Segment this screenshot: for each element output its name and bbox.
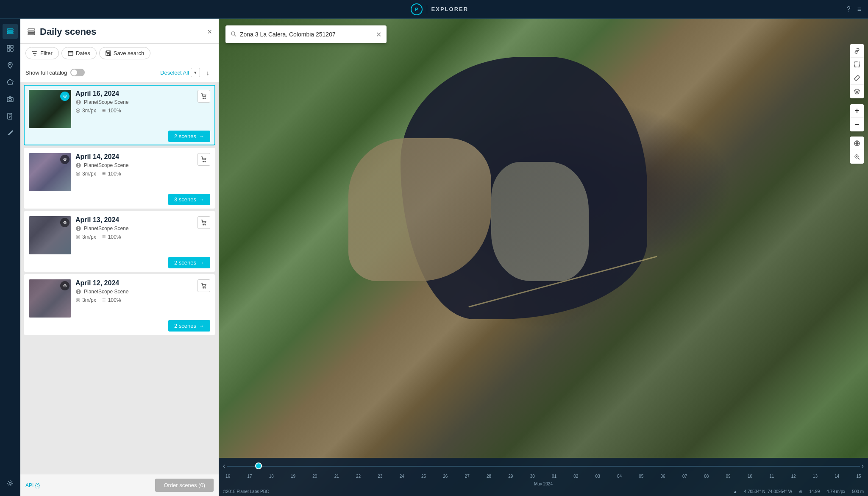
scene-footer: 2 scenes →	[29, 254, 210, 269]
timeline-label: 13	[813, 474, 818, 479]
svg-rect-5	[7, 49, 10, 51]
svg-point-7	[9, 64, 11, 65]
coordinates-text: 4.70534° N, 74.00954° W	[744, 489, 793, 494]
resolution-value: 3m/px	[82, 297, 96, 303]
timeline-label: 11	[769, 474, 774, 479]
timeline-label: 27	[465, 474, 470, 479]
timeline-label: 09	[726, 474, 731, 479]
ruler-tool-button[interactable]	[850, 71, 864, 85]
scene-meta-row: 3m/px 100%	[75, 234, 210, 240]
select-tool-button[interactable]	[850, 58, 864, 71]
resolution-value: 3m/px	[82, 234, 96, 240]
sidebar-item-grid[interactable]	[3, 41, 18, 56]
sidebar-item-settings[interactable]	[3, 476, 18, 491]
timeline-bar: ‹ ›	[223, 458, 864, 474]
scene-card-content: April 12, 2024 PlanetScope Scene	[29, 279, 210, 318]
search-bar[interactable]: Zona 3 La Calera, Colombia 251207 ✕	[225, 25, 387, 43]
download-button[interactable]: ↓	[202, 67, 214, 78]
deselect-all-button[interactable]: Deselect All	[160, 70, 189, 76]
add-to-cart-button[interactable]	[198, 216, 210, 229]
sidebar-item-location[interactable]	[3, 58, 18, 73]
cart-icon	[201, 220, 207, 226]
eye-icon	[63, 284, 67, 287]
cloud-meta: 100%	[101, 234, 121, 240]
planet-logo: P	[411, 3, 423, 15]
scene-thumbnail	[29, 153, 71, 191]
full-catalog-toggle[interactable]	[70, 69, 85, 76]
zoom-out-button[interactable]: −	[850, 118, 864, 131]
calendar-icon	[68, 50, 73, 56]
cloud-icon	[101, 298, 106, 303]
scene-eye-button[interactable]	[60, 218, 70, 227]
layers-icon	[854, 89, 860, 95]
svg-point-58	[231, 32, 235, 35]
pixel-size-text: 4.79 m/px	[826, 489, 845, 494]
svg-point-52	[78, 300, 79, 301]
sidebar-item-layers[interactable]	[3, 24, 18, 39]
sidebar-item-brush[interactable]	[3, 125, 18, 141]
order-scenes-button[interactable]: Order scenes (0)	[155, 479, 214, 492]
scene-card[interactable]: April 13, 2024 PlanetScope Scene	[24, 211, 215, 272]
arrow-icon: →	[199, 323, 204, 329]
timeline-label: 18	[269, 474, 274, 479]
search-value: Zona 3 La Calera, Colombia 251207	[240, 31, 376, 38]
help-icon[interactable]: ?	[847, 6, 851, 13]
sidebar-item-pentagon[interactable]	[3, 75, 18, 90]
scene-list[interactable]: April 16, 2024 PlanetScope Scene	[20, 82, 219, 474]
zoom-fit-button[interactable]	[850, 150, 864, 164]
save-icon	[106, 50, 111, 56]
svg-point-56	[203, 287, 204, 288]
timeline-track[interactable]	[227, 462, 860, 470]
scene-card[interactable]: April 12, 2024 PlanetScope Scene	[24, 274, 215, 335]
scene-eye-button[interactable]	[60, 92, 70, 101]
scene-card[interactable]: April 16, 2024 PlanetScope Scene	[24, 85, 215, 145]
add-to-cart-button[interactable]	[198, 279, 210, 292]
add-to-cart-button[interactable]	[198, 153, 210, 166]
save-search-button[interactable]: Save search	[99, 47, 150, 59]
timeline-marker[interactable]	[255, 463, 262, 469]
globe-button[interactable]	[850, 137, 864, 150]
view-scenes-button[interactable]: 3 scenes →	[168, 194, 210, 205]
scene-footer: 2 scenes →	[29, 128, 210, 143]
panel-title-row: Daily scenes	[27, 26, 96, 37]
svg-rect-6	[11, 49, 13, 51]
view-scenes-button[interactable]: 2 scenes →	[168, 131, 210, 142]
scene-eye-button[interactable]	[60, 281, 70, 290]
sidebar-item-document[interactable]	[3, 109, 18, 124]
cloud-meta: 100%	[101, 108, 121, 114]
deselect-dropdown-arrow[interactable]: ▾	[191, 68, 200, 77]
timeline-label: 17	[247, 474, 252, 479]
globe-icon	[854, 140, 860, 147]
scene-eye-button[interactable]	[60, 155, 70, 164]
view-scenes-button[interactable]: 2 scenes →	[168, 320, 210, 332]
link-tool-button[interactable]	[850, 44, 864, 58]
svg-point-38	[64, 222, 65, 223]
svg-point-27	[205, 98, 206, 99]
add-to-cart-button[interactable]	[198, 90, 210, 103]
scene-card[interactable]: April 14, 2024 PlanetScope Scene	[24, 148, 215, 209]
menu-icon[interactable]: ≡	[857, 6, 861, 13]
planet-scope-icon	[75, 289, 81, 295]
search-clear-button[interactable]: ✕	[376, 31, 381, 39]
zoom-fit-icon	[854, 154, 860, 160]
app-title-area: P EXPLORER	[411, 3, 469, 15]
timeline-next-button[interactable]: ›	[862, 462, 864, 470]
svg-point-42	[78, 237, 79, 238]
panel-close-button[interactable]: ×	[207, 28, 212, 36]
timeline-label: 15	[857, 474, 861, 479]
filter-button[interactable]: Filter	[25, 47, 59, 59]
layers-tool-button[interactable]	[850, 85, 864, 98]
map-search-area: Zona 3 La Calera, Colombia 251207 ✕	[225, 25, 834, 43]
svg-point-32	[78, 173, 79, 175]
resolution-meta: 3m/px	[75, 171, 96, 177]
map-area[interactable]: Zona 3 La Calera, Colombia 251207 ✕	[219, 19, 868, 496]
zoom-in-button[interactable]: +	[850, 104, 864, 118]
map-sand	[348, 138, 491, 281]
timeline-prev-button[interactable]: ‹	[223, 462, 225, 470]
main-body: Daily scenes × Filter Dates	[0, 19, 868, 496]
dates-button[interactable]: Dates	[61, 47, 97, 59]
api-link[interactable]: API {:}	[25, 482, 40, 488]
timeline-label: 20	[312, 474, 317, 479]
view-scenes-button[interactable]: 2 scenes →	[168, 257, 210, 268]
sidebar-item-camera[interactable]	[3, 92, 18, 107]
